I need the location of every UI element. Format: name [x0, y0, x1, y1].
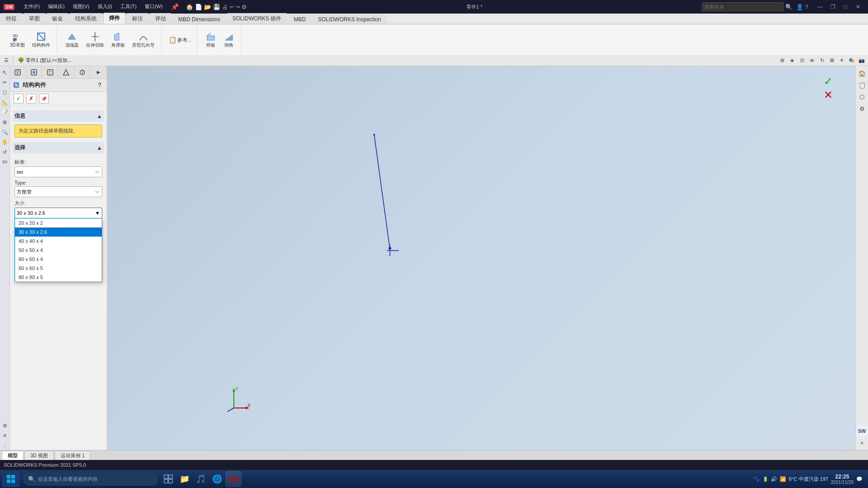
btn-extend-trim[interactable]: 拉伸切除: [83, 30, 107, 49]
btn-bevel[interactable]: 倒角: [221, 30, 237, 49]
confirm-pin-button[interactable]: 📌: [39, 94, 49, 104]
search-icon[interactable]: 🔍: [785, 4, 792, 10]
size-option-3[interactable]: 50 x 50 x 4: [15, 246, 102, 255]
view-rotate-icon[interactable]: ↻: [817, 56, 826, 65]
taskbar-search[interactable]: 🔍 在这里输入你要搜索的内容: [23, 472, 158, 486]
quick-access-print[interactable]: 🖨: [222, 4, 228, 10]
search-command-input[interactable]: [702, 2, 783, 11]
tab-sw-plugins[interactable]: SOLIDWORKS 插件: [227, 13, 288, 24]
taskbar-app-edge[interactable]: 🌐: [209, 471, 225, 487]
panel-tab-expand[interactable]: ▶: [90, 66, 107, 78]
lv-sketch-btn[interactable]: ✏: [0, 78, 9, 87]
quick-access-open[interactable]: 📂: [204, 4, 211, 10]
menu-file[interactable]: 文件(F): [20, 2, 43, 11]
menu-insert[interactable]: 插入(I): [94, 2, 116, 11]
tab-mbd-dimensions[interactable]: MBD Dimensions: [172, 14, 226, 24]
btn-reference[interactable]: 📋 参考...: [167, 35, 193, 44]
close-button[interactable]: ✕: [852, 2, 864, 11]
viewport-cancel-x[interactable]: ✕: [824, 89, 833, 101]
lv-more-btn[interactable]: ⋮: [0, 441, 9, 450]
tab-sw-inspection[interactable]: SOLIDWORKS Inspection: [312, 14, 387, 24]
model-tree-toggle[interactable]: ☰: [2, 56, 11, 65]
confirm-ok-button[interactable]: ✓: [14, 94, 24, 104]
lv-zoom-btn[interactable]: 🔍: [0, 128, 9, 137]
viewport-confirm-check[interactable]: ✓: [824, 75, 833, 88]
section-select-header[interactable]: 选择 ▲: [13, 142, 104, 153]
start-button[interactable]: [2, 471, 20, 487]
right-btn-display[interactable]: ⬡: [857, 91, 868, 102]
menu-tools[interactable]: 工具(T): [117, 2, 140, 11]
notification-icon[interactable]: 💬: [856, 476, 863, 482]
right-btn-settings[interactable]: ⚙: [857, 103, 868, 114]
maximize-button[interactable]: □: [839, 2, 852, 11]
network-icon[interactable]: 📶: [780, 476, 786, 482]
btn-gusset[interactable]: 焊板: [203, 30, 219, 49]
lv-select-btn[interactable]: ↖: [0, 68, 9, 77]
btn-3d-sketch[interactable]: 3D草 3D草图: [7, 30, 28, 49]
section-info-header[interactable]: 信息 ▲: [13, 110, 104, 122]
account-icon[interactable]: 👤: [796, 4, 803, 10]
panel-tab-config[interactable]: [42, 66, 58, 78]
view-hide-icon[interactable]: 👁: [807, 56, 816, 65]
standard-select[interactable]: ansi inch ansi metric iso din gb: [14, 166, 102, 177]
help-icon[interactable]: ?: [805, 4, 808, 10]
quick-access-undo[interactable]: ↩: [230, 4, 234, 10]
quick-access-redo[interactable]: ↪: [236, 4, 240, 10]
lv-feature-btn[interactable]: ⬡: [0, 88, 9, 97]
view-camera-icon[interactable]: 📷: [857, 56, 866, 65]
size-option-1[interactable]: 30 x 30 x 2.6: [15, 227, 102, 237]
btn-construct-member[interactable]: 结构构件: [29, 30, 53, 49]
view-display2-icon[interactable]: ⊠: [827, 56, 836, 65]
quick-access-new[interactable]: 📄: [195, 4, 202, 10]
view-scene-icon[interactable]: 🎭: [847, 56, 856, 65]
menu-window[interactable]: 窗口(W): [141, 2, 166, 11]
lv-rotate-btn[interactable]: ↺: [0, 147, 9, 156]
quick-access-home[interactable]: 🏠: [186, 4, 193, 10]
btn-top-cover[interactable]: 顶端盖: [62, 30, 81, 49]
panel-tab-feature[interactable]: [10, 66, 26, 78]
view-display-icon[interactable]: ◈: [787, 56, 797, 65]
taskbar-app-explorer[interactable]: 📁: [176, 471, 193, 487]
size-option-6[interactable]: 80 x 80 x 5: [15, 273, 102, 282]
view-light-icon[interactable]: ☀: [837, 56, 846, 65]
lv-pan-btn[interactable]: ✋: [0, 137, 9, 147]
panel-tab-display[interactable]: [75, 66, 91, 78]
btn-corner-plate[interactable]: 角撑板: [109, 30, 128, 49]
menu-pin[interactable]: 📌: [167, 2, 182, 11]
volume-icon[interactable]: 🔊: [771, 476, 777, 482]
right-btn-home[interactable]: 🏠: [857, 68, 868, 79]
tab-sketch[interactable]: 草图: [23, 13, 46, 24]
size-option-4[interactable]: 60 x 60 x 4: [15, 255, 102, 264]
taskbar-app-netease[interactable]: 🎵: [193, 471, 209, 487]
tab-3d-view[interactable]: 3D 视图: [24, 451, 54, 460]
minimize-button[interactable]: —: [814, 2, 826, 11]
panel-help-btn[interactable]: ?: [95, 81, 104, 90]
right-btn-table[interactable]: ≡: [857, 437, 868, 448]
quick-access-save[interactable]: 💾: [213, 4, 220, 10]
baidu-icon[interactable]: 🐾: [754, 476, 760, 482]
lv-section-btn[interactable]: ⊞: [0, 118, 9, 127]
tab-model[interactable]: 模型: [2, 451, 24, 460]
view-orient-icon[interactable]: ⊞: [778, 56, 787, 65]
lv-measure-btn[interactable]: 📐: [0, 98, 9, 107]
menu-view[interactable]: 视图(V): [69, 2, 93, 11]
tab-features[interactable]: 特征: [0, 13, 23, 24]
tab-evaluate[interactable]: 评估: [149, 13, 172, 24]
viewport[interactable]: ✓ ✕ Y X: [107, 66, 855, 450]
tab-motion[interactable]: 运动算例 1: [55, 451, 90, 460]
taskbar-app-solidworks[interactable]: SW: [225, 471, 242, 487]
panel-tab-property[interactable]: [26, 66, 43, 78]
tab-sheet-metal[interactable]: 钣金: [46, 13, 69, 24]
menu-edit[interactable]: 编辑(E): [44, 2, 68, 11]
task-view-button[interactable]: [160, 471, 176, 487]
tab-annotation[interactable]: 标注: [126, 13, 149, 24]
lv-note-btn[interactable]: 📝: [0, 108, 9, 117]
right-btn-solidworks[interactable]: SW: [857, 426, 868, 436]
type-select[interactable]: 方形管 圆管 角钢 槽钢: [14, 186, 102, 197]
view-section-icon[interactable]: ⊡: [797, 56, 806, 65]
size-option-2[interactable]: 40 x 40 x 4: [15, 237, 102, 246]
lv-close-btn[interactable]: ✕: [0, 431, 9, 440]
panel-tab-nav[interactable]: [58, 66, 75, 78]
lv-3d-btn[interactable]: 3D: [0, 157, 9, 166]
size-option-0[interactable]: 20 x 20 x 2: [15, 218, 102, 227]
